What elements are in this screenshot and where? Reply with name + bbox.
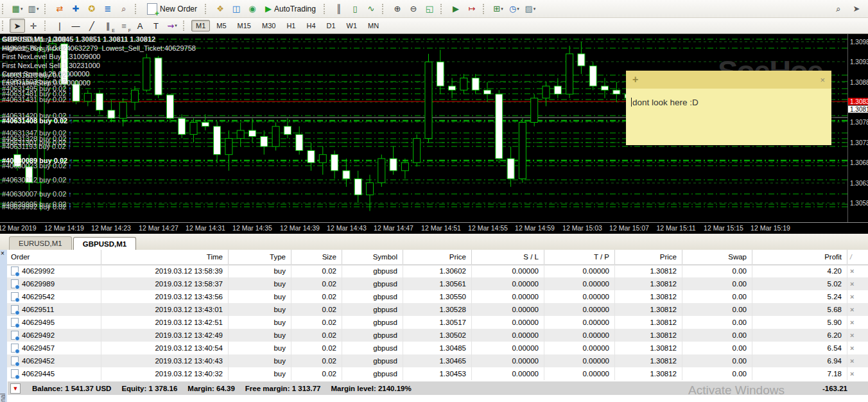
arrow-tools-icon[interactable]: ⇝▾ [164, 19, 180, 33]
trendline-tool-icon[interactable]: ╱ [84, 19, 100, 33]
navigator-icon[interactable]: ✪ [84, 2, 100, 16]
screen-cursor-icon[interactable]: ➤ [849, 2, 864, 16]
timeframe-m1[interactable]: M1 [191, 20, 210, 31]
order-row[interactable]: 406294522019.03.12 13:40:43buy0.02gbpusd… [7, 354, 868, 367]
column-header-sort[interactable]: / [847, 250, 868, 265]
metaeditor-icon[interactable]: ❖ [213, 2, 228, 16]
timeframe-w1[interactable]: W1 [342, 20, 362, 31]
price-axis[interactable]: 1.30981.30931.30881.30781.30731.30681.30… [847, 34, 868, 222]
bear-candle [202, 123, 209, 127]
indicators-icon[interactable]: ⊞▾ [490, 2, 506, 16]
order-row[interactable]: 406295422019.03.12 13:43:56buy0.02gbpusd… [7, 290, 868, 303]
close-order-button[interactable]: × [850, 267, 854, 275]
bull-candle [378, 159, 385, 183]
periods-dropdown-icon[interactable]: ▾ [517, 6, 519, 12]
sticky-note[interactable]: + × dont look here :D [626, 71, 831, 136]
column-header-tp[interactable]: T / P [544, 250, 615, 265]
new-order-button[interactable]: +New Order [143, 1, 202, 17]
channel-tool-icon[interactable]: ∥E [100, 19, 116, 33]
timeframe-mn[interactable]: MN [363, 20, 383, 31]
close-order-button[interactable]: × [850, 306, 854, 313]
periods-icon[interactable]: ◷▾ [507, 2, 522, 16]
expert-advisors-icon[interactable]: ◫ [229, 2, 244, 16]
bar-chart-icon[interactable]: ║ [331, 2, 347, 16]
cell-symbol: gbpusd [342, 265, 403, 277]
tile-windows-icon[interactable]: ◱ [422, 2, 437, 16]
new-order-label: New Order [160, 4, 197, 13]
close-order-button[interactable]: × [850, 293, 854, 301]
new-chart-dropdown-icon[interactable]: ▾ [21, 6, 23, 12]
order-row[interactable]: 406294922019.03.12 13:42:49buy0.02gbpusd… [7, 329, 868, 342]
timeframe-h1[interactable]: H1 [282, 20, 300, 31]
close-order-button[interactable]: × [850, 370, 854, 378]
note-add-icon[interactable]: + [632, 74, 638, 85]
column-header-order[interactable]: Order [7, 250, 101, 265]
column-header-profit[interactable]: Profit [752, 250, 847, 265]
column-header-price[interactable]: Price [615, 250, 682, 265]
column-header-symbol[interactable]: Symbol [342, 250, 403, 265]
column-header-swap[interactable]: Swap [682, 250, 752, 265]
line-chart-icon[interactable]: ∿ [363, 2, 379, 16]
cursor-tool-icon[interactable]: ➤ [10, 19, 25, 33]
order-row[interactable]: 406294572019.03.12 13:40:54buy0.02gbpusd… [7, 342, 868, 354]
crosshair-tool-icon[interactable]: ✛ [26, 19, 41, 33]
bull-candle [531, 98, 538, 123]
timeframe-d1[interactable]: D1 [322, 20, 340, 31]
note-close-icon[interactable]: × [820, 75, 825, 85]
zoom-in-icon[interactable]: ⊕ [390, 2, 405, 16]
note-body[interactable]: dont look here :D [626, 89, 831, 145]
screen-search-icon[interactable]: ⌕ [831, 2, 846, 16]
templates-dropdown-icon[interactable]: ▾ [534, 6, 536, 12]
close-order-button[interactable]: × [850, 331, 854, 339]
timeframe-m5[interactable]: M5 [212, 20, 230, 31]
autotrading-button[interactable]: ▶AutoTrading [261, 1, 320, 17]
arrow-tools-dropdown-icon[interactable]: ▾ [175, 23, 177, 28]
close-order-button[interactable]: × [850, 280, 854, 288]
close-order-button[interactable]: × [850, 357, 854, 365]
order-row[interactable]: 406294952019.03.12 13:42:51buy0.02gbpusd… [7, 316, 868, 329]
order-row[interactable]: 406299922019.03.12 13:58:39buy0.02gbpusd… [7, 265, 868, 277]
zoom-out-icon[interactable]: ⊖ [406, 2, 421, 16]
time-axis[interactable]: 12 Mar 201912 Mar 14:1912 Mar 14:2312 Ma… [0, 222, 868, 234]
order-doc-icon [11, 267, 19, 275]
text-label-tool-icon[interactable]: T [148, 19, 164, 33]
order-row[interactable]: 406299892019.03.12 13:58:37buy0.02gbpusd… [7, 277, 868, 290]
trade-context-icon[interactable]: ▼ [10, 383, 21, 394]
order-row[interactable]: 406295112019.03.12 13:43:01buy0.02gbpusd… [7, 303, 868, 316]
timeframe-m15[interactable]: M15 [233, 20, 256, 31]
candlestick-chart-icon[interactable]: ▯ [347, 2, 363, 16]
chart-tab-gbpusd-m1[interactable]: GBPUSD,M1 [73, 237, 136, 251]
text-tool-icon[interactable]: A [132, 19, 148, 33]
strategy-tester-icon[interactable]: ⌕ [116, 2, 132, 16]
close-order-button[interactable]: × [850, 344, 854, 352]
templates-icon[interactable]: ▨▾ [523, 2, 538, 16]
timeframe-m30[interactable]: M30 [257, 20, 280, 31]
column-header-type[interactable]: Type [229, 250, 291, 265]
data-window-icon[interactable]: ✚ [68, 2, 83, 16]
new-chart-icon[interactable]: ▦▾ [10, 2, 25, 16]
vertical-line-tool-icon[interactable]: ❘ [52, 19, 67, 33]
order-row[interactable]: 406294452019.03.12 13:40:32buy0.02gbpusd… [7, 367, 868, 380]
toolbar-grip [183, 21, 187, 31]
profiles-dropdown-icon[interactable]: ▾ [37, 6, 39, 12]
signals-icon[interactable]: ◉ [245, 2, 260, 16]
indicators-dropdown-icon[interactable]: ▾ [501, 6, 503, 12]
column-header-price[interactable]: Price [403, 250, 472, 265]
chart-shift-icon[interactable]: ↦ [464, 2, 480, 16]
terminal-panel-icon[interactable]: ≣ [100, 2, 116, 16]
column-header-time[interactable]: Time [101, 250, 229, 265]
profiles-icon[interactable]: ▥▾ [26, 2, 41, 16]
cell-size: 0.02 [291, 316, 342, 329]
chart-tab-eurusd-m1[interactable]: EURUSD,M1 [9, 236, 72, 250]
auto-scroll-icon[interactable]: ▶ [448, 2, 464, 16]
drawing-toolbar: ➤✛❘—╱∥E≡FAT⇝▾M1M5M15M30H1H4D1W1MN [0, 18, 868, 34]
market-watch-icon[interactable]: ⇄ [52, 2, 67, 16]
chart-window[interactable]: GBPUSD,M1 1.30845 1.30851 1.30811 1.3081… [0, 34, 868, 233]
close-order-button[interactable]: × [850, 319, 854, 326]
timeframe-h4[interactable]: H4 [302, 20, 320, 31]
column-header-size[interactable]: Size [291, 250, 342, 265]
fibonacci-tool-icon[interactable]: ≡F [116, 19, 132, 33]
column-header-sl[interactable]: S / L [472, 250, 544, 265]
horizontal-line-tool-icon[interactable]: — [68, 19, 83, 33]
terminal-close-button[interactable]: × [1, 250, 4, 257]
